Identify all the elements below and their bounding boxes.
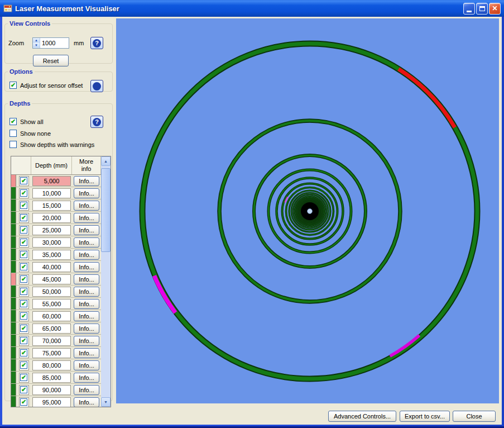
show-all-checkbox[interactable]: ✔ Show all — [9, 118, 44, 125]
zoom-unit-label: mm — [74, 40, 84, 46]
table-row: ✔ 55,000 Info... — [11, 298, 101, 310]
scrollbar-thumb[interactable] — [101, 168, 111, 252]
depth-cell[interactable]: 60,000 — [32, 311, 71, 321]
measurement-plot — [116, 18, 499, 403]
close-button[interactable]: ✕ — [489, 3, 501, 15]
table-row: ✔ 35,000 Info... — [11, 249, 101, 261]
table-scrollbar[interactable]: ▲ ▼ — [101, 156, 111, 407]
info-button[interactable]: Info... — [74, 348, 99, 358]
info-button[interactable]: Info... — [74, 237, 99, 248]
spin-down-button[interactable]: ▼ — [33, 43, 40, 48]
view-controls-help-button[interactable]: ? — [90, 37, 103, 49]
adjust-offset-checkbox[interactable]: ✔ Adjust for sensor offset — [9, 82, 83, 89]
show-none-checkbox[interactable]: Show none — [9, 130, 51, 137]
minimize-button[interactable] — [463, 3, 475, 15]
depth-cell[interactable]: 80,000 — [32, 360, 71, 370]
info-button[interactable]: Info... — [74, 188, 99, 198]
info-button[interactable]: Info... — [74, 397, 99, 407]
close-dialog-button[interactable]: Close — [453, 411, 496, 422]
maximize-button[interactable] — [476, 3, 488, 15]
check-icon: ✔ — [21, 227, 26, 233]
info-button[interactable]: Info... — [74, 213, 99, 223]
info-button[interactable]: Info... — [74, 201, 99, 211]
depth-cell[interactable]: 35,000 — [32, 250, 71, 260]
check-icon: ✔ — [21, 178, 26, 184]
depth-cell[interactable]: 75,000 — [32, 348, 71, 358]
info-button[interactable]: Info... — [74, 225, 99, 235]
depth-cell[interactable]: 40,000 — [32, 262, 71, 272]
info-button[interactable]: Info... — [74, 311, 99, 321]
row-checkbox[interactable]: ✔ — [16, 273, 31, 285]
row-indicator — [11, 396, 16, 407]
depth-cell[interactable]: 45,000 — [32, 274, 71, 284]
row-checkbox[interactable]: ✔ — [16, 212, 31, 223]
depth-cell[interactable]: 10,000 — [32, 188, 71, 198]
row-checkbox[interactable]: ✔ — [16, 384, 31, 396]
group-title-depths: Depths — [8, 100, 32, 107]
export-csv-button[interactable]: Export to csv... — [400, 411, 450, 422]
info-button[interactable]: Info... — [74, 262, 99, 272]
spin-up-icon: ▲ — [35, 39, 38, 42]
check-icon: ✔ — [21, 387, 26, 393]
table-row: ✔ 30,000 Info... — [11, 236, 101, 249]
depth-cell[interactable]: 90,000 — [32, 385, 71, 395]
info-button[interactable]: Info... — [74, 287, 99, 297]
depth-cell[interactable]: 30,000 — [32, 237, 71, 248]
row-checkbox[interactable]: ✔ — [16, 187, 31, 199]
depth-table-body: ✔ 5,000 Info... ✔ 10,000 Info... ✔ 15,00… — [11, 175, 101, 407]
table-row: ✔ 90,000 Info... — [11, 384, 101, 396]
depth-cell[interactable]: 5,000 — [32, 176, 71, 186]
info-button[interactable]: Info... — [74, 176, 99, 186]
zoom-value[interactable]: 1000 — [40, 38, 69, 48]
info-button[interactable]: Info... — [74, 385, 99, 395]
info-button[interactable]: Info... — [74, 274, 99, 284]
spin-up-button[interactable]: ▲ — [33, 38, 40, 43]
group-view-controls: View Controls Zoom ▲ ▼ 1000 mm ? Reset — [4, 20, 113, 64]
depth-cell[interactable]: 85,000 — [32, 373, 71, 383]
scroll-down-button[interactable]: ▼ — [101, 397, 111, 407]
check-icon: ✔ — [21, 251, 26, 258]
zoom-spinner[interactable]: ▲ ▼ 1000 — [32, 37, 69, 49]
row-checkbox[interactable]: ✔ — [16, 372, 31, 383]
show-warnings-checkbox[interactable]: Show depths with warnings — [9, 141, 94, 148]
row-checkbox[interactable]: ✔ — [16, 224, 31, 236]
depth-cell[interactable]: 55,000 — [32, 299, 71, 309]
depths-help-button[interactable]: ? — [90, 116, 103, 128]
info-button[interactable]: Info... — [74, 250, 99, 260]
advanced-controls-button[interactable]: Advanced Controls... — [328, 411, 396, 422]
row-checkbox[interactable]: ✔ — [16, 286, 31, 297]
row-checkbox[interactable]: ✔ — [16, 249, 31, 260]
depth-cell[interactable]: 65,000 — [32, 324, 71, 334]
row-checkbox[interactable]: ✔ — [16, 335, 31, 346]
row-checkbox[interactable]: ✔ — [16, 396, 31, 407]
row-indicator — [11, 224, 16, 236]
row-checkbox[interactable]: ✔ — [16, 261, 31, 273]
depth-table-header: Depth (mm) More info — [11, 156, 101, 175]
depth-cell[interactable]: 20,000 — [32, 213, 71, 223]
row-checkbox[interactable]: ✔ — [16, 347, 31, 359]
info-button[interactable]: Info... — [74, 360, 99, 370]
options-help-button[interactable] — [90, 80, 103, 92]
info-button[interactable]: Info... — [74, 336, 99, 346]
depth-cell[interactable]: 95,000 — [32, 397, 71, 407]
depth-cell[interactable]: 70,000 — [32, 336, 71, 346]
row-checkbox[interactable]: ✔ — [16, 236, 31, 248]
row-indicator — [11, 249, 16, 260]
scroll-up-button[interactable]: ▲ — [101, 156, 111, 166]
row-checkbox[interactable]: ✔ — [16, 199, 31, 211]
close-icon: ✕ — [492, 5, 497, 12]
row-checkbox[interactable]: ✔ — [16, 322, 31, 334]
info-button[interactable]: Info... — [74, 373, 99, 383]
row-checkbox[interactable]: ✔ — [16, 175, 31, 187]
header-more-info-column: More info — [72, 156, 101, 174]
info-button[interactable]: Info... — [74, 324, 99, 334]
depth-cell[interactable]: 25,000 — [32, 225, 71, 235]
row-checkbox[interactable]: ✔ — [16, 310, 31, 322]
check-icon: ✔ — [21, 288, 26, 294]
info-button[interactable]: Info... — [74, 299, 99, 309]
depth-cell[interactable]: 50,000 — [32, 287, 71, 297]
reset-button[interactable]: Reset — [33, 55, 69, 66]
row-checkbox[interactable]: ✔ — [16, 298, 31, 310]
row-checkbox[interactable]: ✔ — [16, 359, 31, 371]
depth-cell[interactable]: 15,000 — [32, 201, 71, 211]
